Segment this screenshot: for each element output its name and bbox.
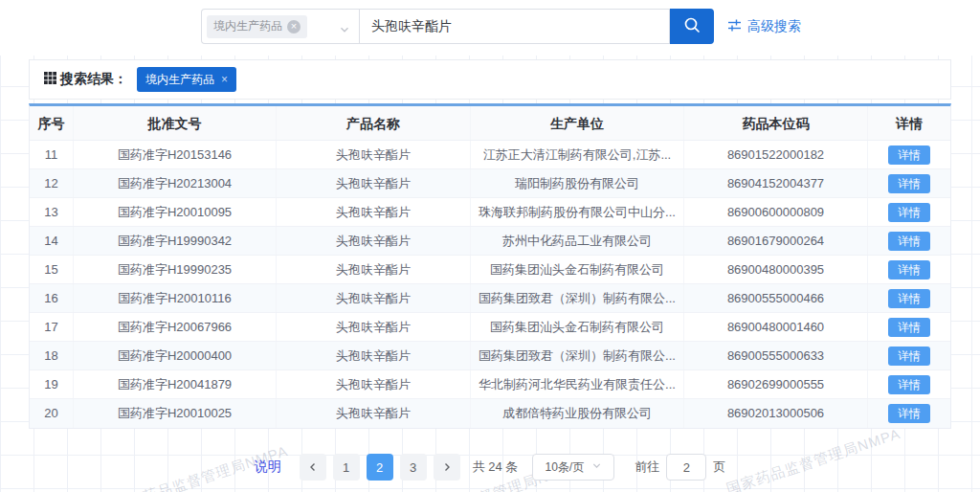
drug-code: 86902013000506 (684, 399, 868, 428)
table-body: 11 国药准字H20153146 头孢呋辛酯片 江苏正大清江制药有限公司,江苏.… (30, 141, 950, 428)
product-name: 头孢呋辛酯片 (277, 169, 471, 197)
manufacturer-name: 瑞阳制药股份有限公司 (471, 169, 684, 197)
manufacturer-name: 国药集团汕头金石制药有限公司 (471, 256, 684, 283)
row-index: 17 (30, 313, 74, 341)
column-header-no: 序号 (30, 106, 74, 140)
note-link[interactable]: 说明 (255, 458, 281, 476)
advanced-search-label: 高级搜索 (747, 18, 801, 35)
table-row: 13 国药准字H20010095 头孢呋辛酯片 珠海联邦制药股份有限公司中山分.… (30, 198, 950, 227)
next-page-button[interactable] (434, 454, 460, 481)
row-index: 18 (30, 342, 74, 369)
goto-suffix: 页 (713, 458, 725, 476)
detail-button[interactable]: 详情 (888, 289, 930, 308)
product-name: 头孢呋辛酯片 (277, 370, 471, 398)
approval-number: 国药准字H19990235 (74, 256, 277, 283)
detail-button[interactable]: 详情 (888, 260, 930, 280)
search-results-panel: 搜索结果： 境内生产药品 × (29, 59, 951, 100)
drug-code: 86901522000182 (684, 141, 868, 168)
table-row: 18 国药准字H20000400 头孢呋辛酯片 国药集团致君（深圳）制药有限公.… (30, 342, 950, 370)
product-name: 头孢呋辛酯片 (277, 284, 471, 312)
row-index: 20 (30, 399, 74, 428)
drug-code: 86901679000264 (684, 227, 868, 255)
category-chip: 境内生产药品 × (207, 15, 307, 38)
table-row: 17 国药准字H20067966 头孢呋辛酯片 国药集团汕头金石制药有限公司 8… (30, 313, 950, 342)
drug-code: 86900555000633 (684, 342, 868, 369)
product-name: 头孢呋辛酯片 (277, 256, 471, 283)
manufacturer-name: 成都倍特药业股份有限公司 (471, 399, 684, 428)
table-row: 20 国药准字H20010025 头孢呋辛酯片 成都倍特药业股份有限公司 869… (30, 399, 950, 428)
grid-icon (44, 71, 56, 88)
total-count: 共 24 条 (473, 458, 519, 476)
prev-page-button[interactable] (300, 454, 326, 481)
advanced-search-link[interactable]: 高级搜索 (727, 9, 801, 44)
result-filter-tag[interactable]: 境内生产药品 × (137, 67, 236, 92)
tag-close-icon[interactable]: × (221, 73, 228, 86)
detail-button[interactable]: 详情 (888, 145, 930, 165)
row-index: 19 (30, 370, 74, 398)
row-index: 16 (30, 284, 74, 312)
detail-button[interactable]: 详情 (888, 347, 930, 366)
detail-cell: 详情 (868, 141, 950, 168)
manufacturer-name: 珠海联邦制药股份有限公司中山分... (471, 198, 684, 226)
detail-cell: 详情 (868, 370, 950, 398)
category-select[interactable]: 境内生产药品 × (201, 9, 359, 44)
table-row: 11 国药准字H20153146 头孢呋辛酯片 江苏正大清江制药有限公司,江苏.… (30, 141, 950, 169)
column-header-product: 产品名称 (277, 106, 471, 140)
table-row: 16 国药准字H20010116 头孢呋辛酯片 国药集团致君（深圳）制药有限公.… (30, 284, 950, 313)
search-input[interactable] (359, 9, 670, 44)
drug-code: 86900600000809 (684, 198, 868, 226)
manufacturer-name: 国药集团致君（深圳）制药有限公... (471, 342, 684, 369)
table-row: 12 国药准字H20213004 头孢呋辛酯片 瑞阳制药股份有限公司 86904… (30, 169, 950, 198)
approval-number: 国药准字H20153146 (74, 141, 277, 168)
approval-number: 国药准字H20213004 (74, 169, 277, 197)
product-name: 头孢呋辛酯片 (277, 227, 471, 255)
product-name: 头孢呋辛酯片 (277, 313, 471, 341)
detail-cell: 详情 (868, 313, 950, 341)
search-button[interactable] (670, 9, 714, 44)
approval-number: 国药准字H20067966 (74, 313, 277, 341)
goto-label: 前往 (635, 458, 659, 476)
detail-cell: 详情 (868, 256, 950, 283)
page: 国家药品监督管理局NMPA 国家药品监督管理局NMPA 国家药品监督管理局NMP… (0, 0, 980, 492)
page-size-value: 10条/页 (546, 459, 585, 476)
drug-code: 86900480000395 (684, 256, 868, 283)
tune-icon (727, 18, 742, 35)
detail-cell: 详情 (868, 198, 950, 226)
product-name: 头孢呋辛酯片 (277, 141, 471, 168)
approval-number: 国药准字H20010095 (74, 198, 277, 226)
drug-code: 86900480001460 (684, 313, 868, 341)
table-row: 15 国药准字H19990235 头孢呋辛酯片 国药集团汕头金石制药有限公司 8… (30, 256, 950, 284)
drug-code: 86902699000555 (684, 370, 868, 398)
column-header-manufacturer: 生产单位 (471, 106, 684, 140)
column-header-code: 药品本位码 (684, 106, 868, 140)
approval-number: 国药准字H20041879 (74, 370, 277, 398)
result-tag-label: 境内生产药品 (145, 72, 214, 88)
row-index: 13 (30, 198, 74, 226)
detail-button[interactable]: 详情 (888, 318, 930, 337)
column-header-approval: 批准文号 (74, 106, 277, 140)
page-button-3[interactable]: 3 (400, 454, 427, 481)
page-button-1[interactable]: 1 (333, 454, 360, 481)
detail-button[interactable]: 详情 (888, 203, 930, 222)
pagination: 说明 123 共 24 条 10条/页 前往 页 (0, 454, 980, 481)
manufacturer-name: 华北制药河北华民药业有限责任公... (471, 370, 684, 398)
column-header-detail: 详情 (868, 106, 950, 140)
approval-number: 国药准字H19990342 (74, 227, 277, 255)
detail-button[interactable]: 详情 (888, 375, 930, 394)
manufacturer-name: 江苏正大清江制药有限公司,江苏... (471, 141, 684, 168)
goto-page-input[interactable] (666, 454, 706, 481)
chip-close-icon[interactable]: × (287, 20, 301, 34)
row-index: 12 (30, 169, 74, 197)
page-button-2[interactable]: 2 (367, 454, 393, 481)
page-number-buttons: 123 (333, 454, 427, 481)
manufacturer-name: 国药集团汕头金石制药有限公司 (471, 313, 684, 341)
detail-button[interactable]: 详情 (888, 232, 930, 251)
detail-button[interactable]: 详情 (888, 174, 930, 193)
detail-button[interactable]: 详情 (888, 404, 930, 423)
product-name: 头孢呋辛酯片 (277, 198, 471, 226)
chevron-left-icon (308, 460, 318, 475)
manufacturer-name: 国药集团致君（深圳）制药有限公... (471, 284, 684, 312)
search-group: 境内生产药品 × 高级搜索 (201, 9, 801, 44)
page-size-select[interactable]: 10条/页 (532, 454, 614, 481)
table-row: 19 国药准字H20041879 头孢呋辛酯片 华北制药河北华民药业有限责任公.… (30, 370, 950, 399)
